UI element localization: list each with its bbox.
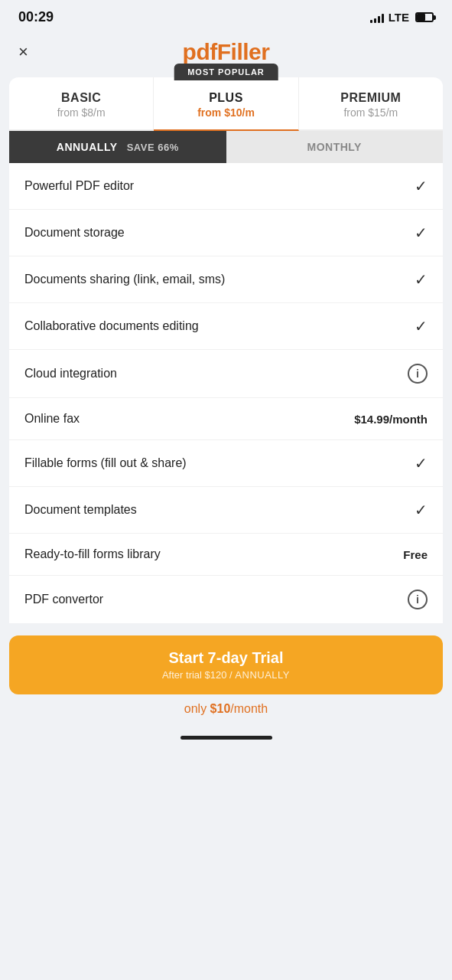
plan-tab-premium[interactable]: PREMIUM from $15/m — [299, 77, 443, 129]
plan-tabs: BASIC from $8/m PLUS from $10/m PREMIUM … — [9, 77, 443, 131]
billing-save-badge: SAVE 66% — [127, 142, 179, 153]
feature-pdf-editor-label: Powerful PDF editor — [24, 179, 134, 193]
feature-pdf-editor-value: ✓ — [415, 177, 428, 195]
feature-doc-templates-label: Document templates — [24, 503, 137, 517]
cta-price-note: only $10/month — [9, 702, 443, 722]
feature-fillable-forms: Fillable forms (fill out & share) ✓ — [9, 440, 443, 487]
battery-icon — [415, 12, 434, 22]
billing-monthly[interactable]: MONTHLY — [226, 131, 444, 163]
plan-tab-plus[interactable]: PLUS from $10/m — [154, 77, 298, 131]
feature-doc-storage: Document storage ✓ — [9, 210, 443, 256]
feature-online-fax-label: Online fax — [24, 412, 80, 426]
feature-doc-templates-value: ✓ — [415, 501, 428, 519]
app-logo: pdfFiller — [183, 39, 270, 65]
most-popular-badge: MOST POPULAR — [174, 64, 278, 80]
home-indicator — [0, 728, 452, 752]
cta-button-title: Start 7-day Trial — [23, 649, 429, 667]
feature-collab-editing-label: Collaborative documents editing — [24, 319, 199, 333]
feature-fillable-forms-label: Fillable forms (fill out & share) — [24, 456, 187, 470]
plan-premium-name: PREMIUM — [305, 91, 437, 105]
plan-tab-basic[interactable]: BASIC from $8/m — [9, 77, 154, 129]
cta-section: Start 7-day Trial After trial $120 / ANN… — [9, 635, 443, 722]
feature-online-fax-price: $14.99/month — [354, 413, 428, 426]
feature-collab-editing-value: ✓ — [415, 317, 428, 335]
plan-plus-name: PLUS — [160, 91, 291, 105]
billing-toggle: ANNUALLY SAVE 66% MONTHLY — [9, 131, 443, 163]
features-list: Powerful PDF editor ✓ Document storage ✓… — [9, 163, 443, 623]
close-button[interactable]: × — [18, 42, 28, 62]
plan-premium-price: from $15/m — [305, 106, 437, 119]
feature-pdf-convertor-label: PDF convertor — [24, 593, 103, 606]
feature-doc-sharing: Documents sharing (link, email, sms) ✓ — [9, 256, 443, 303]
feature-forms-library-value: Free — [403, 548, 428, 561]
feature-cloud-integration-label: Cloud integration — [24, 367, 117, 381]
feature-pdf-editor: Powerful PDF editor ✓ — [9, 163, 443, 210]
feature-forms-library: Ready-to-fill forms library Free — [9, 534, 443, 576]
feature-online-fax: Online fax $14.99/month — [9, 398, 443, 440]
plan-plus-price: from $10/m — [160, 106, 291, 119]
cta-price-amount: $10 — [210, 702, 231, 715]
status-time: 00:29 — [18, 9, 54, 25]
start-trial-button[interactable]: Start 7-day Trial After trial $120 / ANN… — [9, 635, 443, 694]
feature-pdf-convertor-info-icon[interactable]: i — [408, 590, 428, 609]
cta-annually-label: ANNUALLY — [235, 669, 290, 681]
billing-annually[interactable]: ANNUALLY SAVE 66% — [9, 131, 226, 163]
plan-tabs-wrapper: MOST POPULAR BASIC from $8/m PLUS from $… — [9, 77, 443, 131]
status-bar: 00:29 LTE — [0, 0, 452, 31]
lte-label: LTE — [389, 11, 409, 24]
status-right: LTE — [370, 11, 434, 24]
plan-basic-name: BASIC — [15, 91, 147, 105]
feature-doc-storage-label: Document storage — [24, 226, 125, 240]
home-indicator-bar — [180, 736, 272, 740]
cta-price-suffix: /month — [230, 702, 268, 715]
plan-basic-price: from $8/m — [15, 106, 147, 119]
billing-annually-label: ANNUALLY — [57, 141, 117, 153]
cta-button-sub: After trial $120 / ANNUALLY — [23, 669, 429, 681]
signal-icon — [370, 12, 384, 23]
feature-doc-storage-value: ✓ — [415, 224, 428, 242]
feature-cloud-integration: Cloud integration i — [9, 350, 443, 398]
feature-forms-library-label: Ready-to-fill forms library — [24, 547, 161, 561]
feature-cloud-integration-info-icon[interactable]: i — [408, 364, 428, 384]
feature-fillable-forms-value: ✓ — [415, 454, 428, 472]
feature-doc-templates: Document templates ✓ — [9, 487, 443, 534]
feature-doc-sharing-value: ✓ — [415, 270, 428, 289]
billing-monthly-label: MONTHLY — [307, 141, 362, 153]
feature-doc-sharing-label: Documents sharing (link, email, sms) — [24, 273, 225, 286]
feature-pdf-convertor: PDF convertor i — [9, 576, 443, 623]
feature-collab-editing: Collaborative documents editing ✓ — [9, 303, 443, 350]
